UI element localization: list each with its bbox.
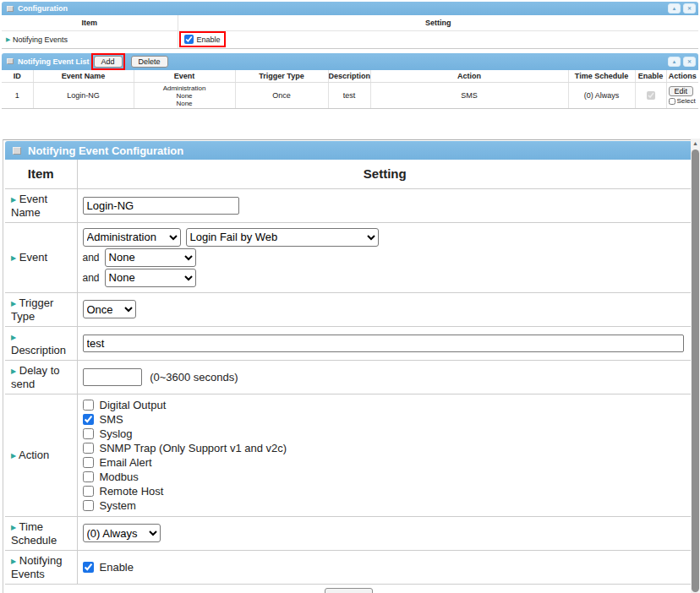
panel-square-icon [7, 6, 14, 12]
delay-to-send-label: ▶ Delay to send [5, 360, 77, 394]
panel-title: Notifying Event Configuration [28, 144, 183, 157]
column-header-trigger-type: Trigger Type [235, 70, 328, 83]
table-row: ▶ Notifying Events Enable [2, 30, 698, 48]
column-header-action: Action [370, 70, 568, 83]
scrollbar-thumb[interactable] [692, 150, 699, 592]
column-header-item: Item [2, 15, 178, 30]
cell-actions: Edit Select [666, 83, 698, 109]
notifying-events-label: Notifying Events [13, 35, 68, 44]
panel-title: Notifying Event List [18, 57, 90, 66]
cell-trigger-type: Once [235, 83, 328, 109]
row-select-checkbox[interactable] [669, 98, 675, 105]
close-icon[interactable]: ✕ [683, 3, 696, 14]
cell-description: test [328, 83, 370, 109]
action-system-checkbox[interactable] [83, 500, 94, 511]
list-item: Email Alert [83, 455, 688, 470]
collapse-icon[interactable]: ▲ [668, 57, 681, 67]
column-header-event-name: Event Name [33, 70, 134, 83]
event-config-scroll-container: Notifying Event Configuration Item Setti… [3, 139, 692, 593]
list-item: Modbus [83, 470, 688, 484]
save-button[interactable]: Save [325, 588, 374, 593]
panel-square-icon [13, 147, 21, 155]
column-header-item: Item [5, 160, 77, 188]
list-item: SMS [83, 412, 688, 427]
bullet-icon: ▶ [11, 558, 16, 565]
action-sms-checkbox[interactable] [83, 414, 94, 425]
column-header-time-schedule: Time Schedule [568, 70, 635, 83]
collapse-icon[interactable]: ▲ [668, 3, 681, 14]
time-schedule-label: ▶ Time Schedule [5, 516, 77, 550]
select-label: Select [677, 97, 696, 105]
close-icon[interactable]: ✕ [683, 57, 696, 67]
description-label: ▶ Description [5, 326, 77, 360]
list-item: System [83, 498, 688, 513]
action-modbus-checkbox[interactable] [83, 471, 94, 482]
action-snmp-trap-checkbox[interactable] [83, 443, 94, 454]
table-row: ▶ Event Administration Login Fail by Web… [5, 222, 692, 292]
cell-time-schedule: (0) Always [568, 83, 635, 109]
action-email-alert-checkbox[interactable] [83, 457, 94, 468]
edit-button[interactable]: Edit [669, 86, 694, 96]
enable-label: Enable [197, 35, 221, 44]
event-name-input[interactable] [83, 197, 239, 215]
event-config-panel-header: Notifying Event Configuration [5, 141, 692, 160]
action-digital-output-checkbox[interactable] [83, 400, 94, 411]
list-item: Digital Output [83, 398, 688, 412]
column-header-actions: Actions [666, 70, 698, 83]
column-header-description: Description [328, 70, 370, 83]
notifying-events-enable-checkbox[interactable] [83, 562, 94, 573]
delay-hint: (0~3600 seconds) [150, 371, 238, 384]
action-label: ▶ Action [5, 394, 77, 516]
table-row: ▶ Event Name [5, 188, 692, 222]
bullet-icon: ▶ [11, 300, 16, 307]
cell-id: 1 [2, 83, 33, 109]
time-schedule-select[interactable]: (0) Always [83, 524, 161, 542]
configuration-panel: Configuration ▲ ✕ Item Setting ▶ Notifyi… [2, 2, 698, 49]
event-and1-select[interactable]: None [105, 248, 196, 267]
enable-highlight-box: Enable [179, 31, 226, 47]
column-header-id: ID [2, 70, 33, 83]
notifying-event-list-panel: Notifying Event List Add Delete ▲ ✕ ID E… [2, 53, 698, 110]
bullet-icon: ▶ [6, 36, 10, 42]
enable-label: Enable [100, 561, 134, 574]
scrollbar-up-icon[interactable]: ▲ [691, 139, 700, 149]
bullet-icon: ▶ [11, 196, 16, 204]
add-highlight-box: Add [91, 53, 125, 70]
notifying-events-enable-checkbox[interactable] [184, 35, 194, 44]
notifying-event-configuration-panel: Notifying Event Configuration Item Setti… [5, 141, 692, 593]
action-syslog-checkbox[interactable] [83, 428, 94, 439]
table-row: ▶ Action Digital Output SMS Syslog [5, 394, 692, 516]
event-subtype-select[interactable]: Login Fail by Web [186, 228, 379, 247]
bullet-icon: ▶ [11, 367, 16, 375]
scrollbar[interactable]: ▲ [691, 139, 700, 593]
column-header-event: Event [134, 70, 235, 83]
delete-button[interactable]: Delete [131, 56, 168, 68]
description-input[interactable] [83, 335, 685, 352]
cell-event-name: Login-NG [33, 83, 134, 109]
event-category-select[interactable]: Administration [83, 228, 181, 247]
cell-action: SMS [370, 83, 568, 109]
and-label: and [83, 252, 100, 264]
table-row: Save [5, 584, 692, 593]
notifying-events-label: ▶ Notifying Events [5, 550, 77, 584]
add-button[interactable]: Add [94, 56, 123, 68]
bullet-icon: ▶ [11, 254, 16, 262]
column-header-setting: Setting [77, 160, 692, 188]
bullet-icon: ▶ [11, 452, 16, 460]
table-row: ▶ Delay to send (0~3600 seconds) [5, 360, 692, 394]
panel-title: Configuration [18, 4, 68, 13]
table-row: ▶ Trigger Type Once [5, 292, 692, 326]
delay-input[interactable] [83, 368, 142, 386]
event-and2-select[interactable]: None [105, 269, 196, 287]
event-label: ▶ Event [5, 222, 77, 292]
event-list-panel-header: Notifying Event List Add Delete ▲ ✕ [2, 53, 698, 70]
list-item: Syslog [83, 427, 688, 441]
and-label: and [83, 272, 100, 284]
list-item: SNMP Trap (Only Support v1 and v2c) [83, 441, 688, 455]
column-header-enable: Enable [635, 70, 666, 83]
configuration-panel-header: Configuration ▲ ✕ [2, 2, 698, 15]
action-remote-host-checkbox[interactable] [83, 486, 94, 497]
trigger-type-select[interactable]: Once [83, 300, 136, 318]
bullet-icon: ▶ [11, 334, 16, 341]
cell-event: Administration None None [134, 83, 235, 109]
